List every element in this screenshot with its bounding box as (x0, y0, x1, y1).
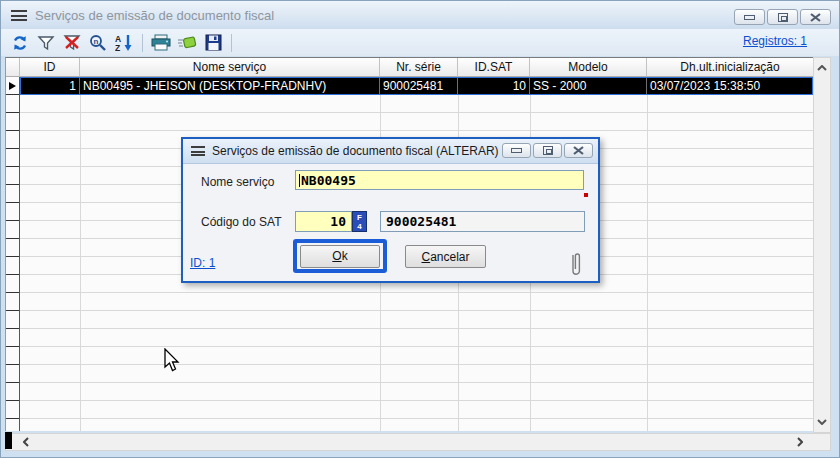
dialog-close-button[interactable] (564, 143, 593, 158)
record-id-link[interactable]: ID: 1 (190, 256, 215, 270)
nome-servico-field[interactable]: NB00495 (295, 170, 584, 190)
minimize-icon (744, 15, 755, 20)
dialog-minimize-button[interactable] (502, 143, 531, 158)
cancel-button[interactable]: Cancelar (405, 245, 486, 268)
cell-id: 1 (20, 77, 80, 95)
vertical-scrollbar[interactable] (813, 57, 831, 433)
sort-az-button[interactable]: A Z (111, 31, 137, 55)
close-icon (810, 13, 821, 22)
cell-modelo: SS - 2000 (530, 77, 647, 95)
window-title: Serviços de emissão de documento fiscal (35, 8, 274, 23)
toolbar-separator (231, 34, 232, 52)
codigo-sat-value: 10 (330, 214, 346, 229)
print-button[interactable] (148, 31, 174, 55)
f4-lookup-button[interactable]: F 4 (352, 211, 367, 232)
ok-rest: k (342, 249, 348, 263)
current-row-indicator-icon (9, 82, 16, 90)
dialog-controls (502, 143, 593, 158)
find-icon: n (89, 34, 107, 52)
cell-id-sat: 10 (458, 77, 530, 95)
minimize-button[interactable] (734, 9, 765, 25)
restore-icon (778, 13, 788, 22)
column-header-id-sat[interactable]: ID.SAT (458, 58, 530, 77)
sort-az-icon: A Z (115, 34, 134, 52)
text-caret (299, 174, 300, 187)
grid-column-line (647, 95, 648, 431)
gutter-corner-block (5, 432, 12, 449)
column-header-id[interactable]: ID (20, 58, 80, 77)
cell-nr-serie: 900025481 (380, 77, 458, 95)
svg-text:Z: Z (115, 43, 120, 52)
sat-serial-value: 900025481 (386, 214, 456, 229)
registros-link[interactable]: Registros: 1 (743, 34, 807, 48)
dialog-title: Serviços de emissão de documento fiscal … (212, 144, 499, 158)
ok-mnemonic: O (332, 249, 341, 263)
dialog-menu-icon[interactable] (191, 146, 205, 156)
required-marker (584, 193, 588, 197)
codigo-sat-field[interactable]: 10 (295, 211, 352, 232)
main-window: Serviços de emissão de documento fiscal (0, 0, 840, 458)
ok-focus-ring: Ok (293, 239, 387, 273)
close-icon (573, 146, 584, 155)
cell-nome-servico: NB00495 - JHEISON (DESKTOP-FRADNHV) (80, 77, 380, 95)
filter-button[interactable] (33, 31, 59, 55)
main-titlebar: Serviços de emissão de documento fiscal (1, 1, 839, 29)
f4-label-top: F (357, 213, 362, 222)
minimize-icon (511, 148, 522, 153)
refresh-icon (11, 34, 29, 52)
maximize-button[interactable] (767, 9, 798, 25)
scroll-right-icon[interactable] (792, 434, 808, 450)
clean-button[interactable] (174, 31, 200, 55)
row-gutter (6, 77, 20, 431)
edit-dialog: Serviços de emissão de documento fiscal … (181, 137, 600, 283)
paperclip-icon (569, 249, 583, 282)
table-row[interactable]: 1 NB00495 - JHEISON (DESKTOP-FRADNHV) 90… (20, 77, 813, 95)
ok-button[interactable]: Ok (300, 245, 380, 268)
nome-servico-label: Nome serviço (201, 175, 274, 189)
codigo-sat-label: Código do SAT (201, 215, 282, 229)
dialog-maximize-button[interactable] (533, 143, 562, 158)
grid-column-line (80, 95, 81, 431)
refresh-button[interactable] (7, 31, 33, 55)
clear-filter-button[interactable] (59, 31, 85, 55)
find-button[interactable]: n (85, 31, 111, 55)
horizontal-scrollbar[interactable] (5, 433, 831, 451)
window-menu-icon[interactable] (11, 10, 27, 21)
svg-text:n: n (94, 37, 99, 46)
save-button[interactable] (200, 31, 226, 55)
eraser-icon (177, 35, 197, 50)
save-icon (205, 34, 222, 51)
filter-icon (37, 35, 55, 51)
toolbar: n A Z (1, 29, 839, 56)
window-controls (734, 9, 831, 25)
f4-label-bottom: 4 (357, 222, 361, 231)
cancel-rest: ancelar (430, 250, 469, 264)
column-header-dh-ult-inicializacao[interactable]: Dh.ult.inicialização (647, 58, 813, 77)
clear-filter-icon (62, 34, 82, 51)
cancel-mnemonic: C (421, 250, 430, 264)
scroll-left-icon[interactable] (18, 434, 34, 450)
printer-icon (151, 34, 171, 51)
toolbar-separator (142, 34, 143, 52)
grid-header: ID Nome serviço Nr. série ID.SAT Modelo … (5, 57, 813, 77)
nome-servico-value: NB00495 (301, 173, 356, 188)
close-button[interactable] (800, 9, 831, 25)
scroll-up-icon[interactable] (814, 60, 830, 76)
sat-serial-field: 900025481 (380, 211, 585, 232)
mouse-cursor-icon (164, 348, 182, 376)
gutter-header (6, 58, 20, 77)
column-header-nome-servico[interactable]: Nome serviço (80, 58, 380, 77)
cell-dh-ult-inicializacao: 03/07/2023 15:38:50 (647, 77, 813, 95)
restore-icon (543, 146, 553, 155)
column-header-modelo[interactable]: Modelo (530, 58, 647, 77)
scroll-down-icon[interactable] (814, 414, 830, 430)
column-header-nr-serie[interactable]: Nr. série (380, 58, 458, 77)
